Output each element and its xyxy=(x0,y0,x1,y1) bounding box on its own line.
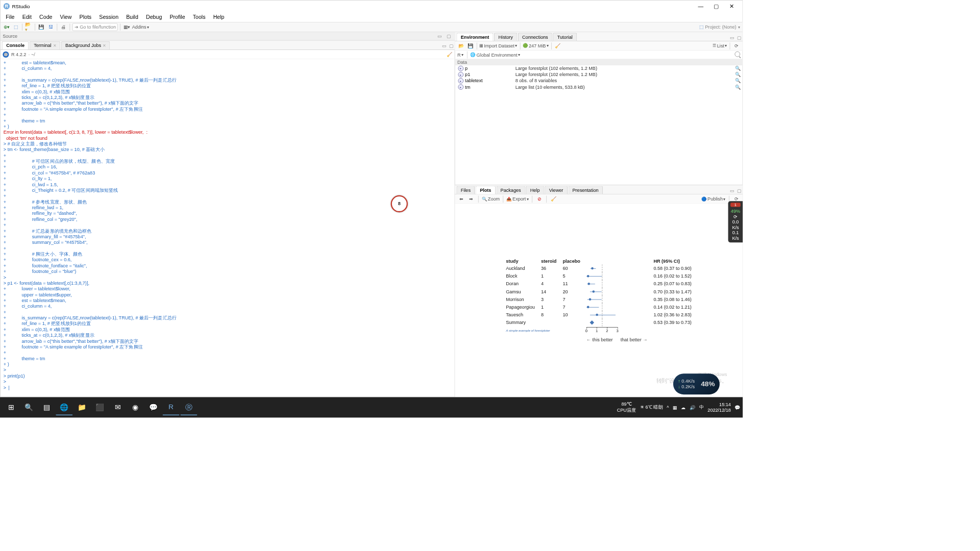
task-view-button[interactable]: ▤ xyxy=(38,399,55,415)
env-scope-dropdown[interactable]: 🌐 Global Environment ▾ xyxy=(470,52,520,58)
inspect-icon[interactable]: 🔍 xyxy=(735,72,741,78)
source-maximize-icon[interactable]: ▢ xyxy=(445,33,452,40)
tab-files[interactable]: Files xyxy=(456,186,475,194)
tab-help[interactable]: Help xyxy=(526,186,544,194)
console-maximize-icon[interactable]: ▢ xyxy=(448,42,455,49)
project-menu[interactable]: ⬚ Project: (None) ▾ xyxy=(699,24,740,30)
goto-function-input[interactable]: ➔ Go to file/function xyxy=(72,23,118,31)
menu-tools[interactable]: Tools xyxy=(190,13,209,21)
clock[interactable]: 15:14 2022/12/18 xyxy=(707,402,731,413)
rstudio-taskbar-icon[interactable]: R xyxy=(162,399,179,415)
env-row[interactable]: ▸p1Large forestplot (102 elements, 1.2 M… xyxy=(455,71,742,78)
side-monitor-widget[interactable]: 1 49% ⟳ 0.0 K/s 0.1 K/s xyxy=(728,201,743,242)
wechat-icon[interactable]: 💬 xyxy=(144,399,161,415)
grid-button[interactable]: ▦▾ xyxy=(123,23,131,31)
menu-build[interactable]: Build xyxy=(123,13,141,21)
env-maximize-icon[interactable]: ▢ xyxy=(736,34,743,41)
explorer-icon[interactable]: 📁 xyxy=(74,399,90,415)
network-widget[interactable]: ↑ 0.4K/s ↓ 0.2K/s 48% xyxy=(673,373,720,394)
inspect-icon[interactable]: 🔍 xyxy=(735,66,741,71)
prev-plot-button[interactable]: ⬅ xyxy=(457,195,465,203)
refresh-button[interactable]: ⟳ xyxy=(732,42,740,49)
menu-code[interactable]: Code xyxy=(36,13,55,21)
menu-edit[interactable]: Edit xyxy=(19,13,35,21)
expand-icon[interactable]: ▸ xyxy=(458,84,463,90)
language-dropdown[interactable]: R ▾ xyxy=(457,52,464,58)
tray-volume-icon[interactable]: 🔊 xyxy=(690,405,695,410)
tab-tutorial[interactable]: Tutorial xyxy=(553,33,577,41)
save-button[interactable]: 💾 xyxy=(38,23,45,31)
env-row[interactable]: ▸tabletext8 obs. of 8 variables🔍 xyxy=(455,78,742,84)
tab-packages[interactable]: Packages xyxy=(496,186,525,194)
menu-plots[interactable]: Plots xyxy=(77,13,95,21)
maximize-button[interactable]: ▢ xyxy=(708,3,724,9)
minimize-button[interactable]: — xyxy=(693,3,708,9)
save-all-button[interactable]: 🖫 xyxy=(47,23,55,31)
mail-icon[interactable]: ✉ xyxy=(109,399,126,415)
notifications-icon[interactable]: 💬 xyxy=(734,405,740,410)
menu-profile[interactable]: Profile xyxy=(166,13,188,21)
export-dropdown[interactable]: 📤 Export ▾ xyxy=(506,196,529,202)
tab-connections[interactable]: Connections xyxy=(518,33,552,41)
expand-icon[interactable]: ▸ xyxy=(458,72,463,78)
inspect-icon[interactable]: 🔍 xyxy=(735,84,741,90)
memory-usage[interactable]: 🟢 247 MiB ▾ xyxy=(523,43,549,49)
tray-widgets-icon[interactable]: ▦ xyxy=(673,405,677,410)
env-search[interactable] xyxy=(734,52,740,58)
expand-icon[interactable]: ▸ xyxy=(458,66,463,71)
tab-bgjobs[interactable]: Background Jobs✕ xyxy=(61,41,110,49)
chrome-icon[interactable]: ◉ xyxy=(127,399,144,415)
menu-view[interactable]: View xyxy=(57,13,75,21)
tray-ime-icon[interactable]: 中 xyxy=(699,404,704,411)
new-file-button[interactable]: ⊕▾ xyxy=(3,23,10,31)
weather-widget[interactable]: ☀ 6℃ 晴朗 xyxy=(640,404,663,411)
env-row[interactable]: ▸pLarge forestplot (102 elements, 1.2 MB… xyxy=(455,65,742,71)
save-workspace-button[interactable]: 💾 xyxy=(467,42,474,49)
tray-cloud-icon[interactable]: ☁ xyxy=(681,405,685,410)
office-icon[interactable]: ⬛ xyxy=(91,399,108,415)
menu-debug[interactable]: Debug xyxy=(143,13,165,21)
remove-plot-button[interactable]: ⊘ xyxy=(535,195,543,203)
inspect-icon[interactable]: 🔍 xyxy=(735,78,741,84)
tab-terminal[interactable]: Terminal✕ xyxy=(30,41,60,49)
console-output[interactable]: + est = tabletext$mean, + ci_column = 4,… xyxy=(1,59,455,397)
tab-plots[interactable]: Plots xyxy=(476,186,496,194)
tab-environment[interactable]: Environment xyxy=(456,33,493,41)
new-project-button[interactable]: ⬚ xyxy=(12,23,19,31)
tab-history[interactable]: History xyxy=(494,33,517,41)
tab-viewer[interactable]: Viewer xyxy=(545,186,567,194)
clear-console-button[interactable]: 🧹 xyxy=(447,52,452,57)
menu-help[interactable]: Help xyxy=(210,13,228,21)
zoom-button[interactable]: 🔍 Zoom xyxy=(482,196,500,202)
menu-session[interactable]: Session xyxy=(96,13,121,21)
addins-dropdown[interactable]: Addins ▾ xyxy=(132,24,150,30)
cpu-temp-widget[interactable]: 89℃ CPU温度 xyxy=(617,402,636,413)
plots-minimize-icon[interactable]: ▭ xyxy=(728,187,736,194)
load-workspace-button[interactable]: 📂 xyxy=(457,42,465,49)
edge-icon[interactable]: 🌐 xyxy=(56,399,72,415)
tab-console[interactable]: Console xyxy=(2,41,29,49)
r-taskbar-icon[interactable]: Ⓡ xyxy=(180,399,197,415)
expand-icon[interactable]: ▸ xyxy=(458,78,463,84)
open-file-button[interactable]: 📂▾ xyxy=(25,23,33,31)
next-plot-button[interactable]: ➡ xyxy=(468,195,475,203)
close-button[interactable]: ✕ xyxy=(724,3,739,9)
env-minimize-icon[interactable]: ▭ xyxy=(728,34,736,41)
clear-plots-button[interactable]: 🧹 xyxy=(550,195,557,203)
plots-maximize-icon[interactable]: ▢ xyxy=(736,187,743,194)
view-mode-dropdown[interactable]: ☰ List ▾ xyxy=(713,43,727,49)
tab-presentation[interactable]: Presentation xyxy=(568,186,603,194)
close-icon[interactable]: ✕ xyxy=(103,43,106,47)
start-button[interactable]: ⊞ xyxy=(3,399,19,415)
search-button[interactable]: 🔍 xyxy=(20,399,37,415)
import-dataset-dropdown[interactable]: ▦ Import Dataset ▾ xyxy=(479,43,518,49)
env-row[interactable]: ▸tmLarge list (10 elements, 533.8 kB)🔍 xyxy=(455,84,742,90)
source-minimize-icon[interactable]: ▭ xyxy=(436,33,443,40)
clear-workspace-button[interactable]: 🧹 xyxy=(554,42,561,49)
tray-chevron-icon[interactable]: ^ xyxy=(667,405,669,410)
close-icon[interactable]: ✕ xyxy=(53,43,56,47)
menu-file[interactable]: File xyxy=(3,13,17,21)
print-button[interactable]: 🖨 xyxy=(60,23,67,31)
publish-button[interactable]: 🔵 Publish ▾ xyxy=(701,196,726,202)
console-minimize-icon[interactable]: ▭ xyxy=(440,42,448,49)
